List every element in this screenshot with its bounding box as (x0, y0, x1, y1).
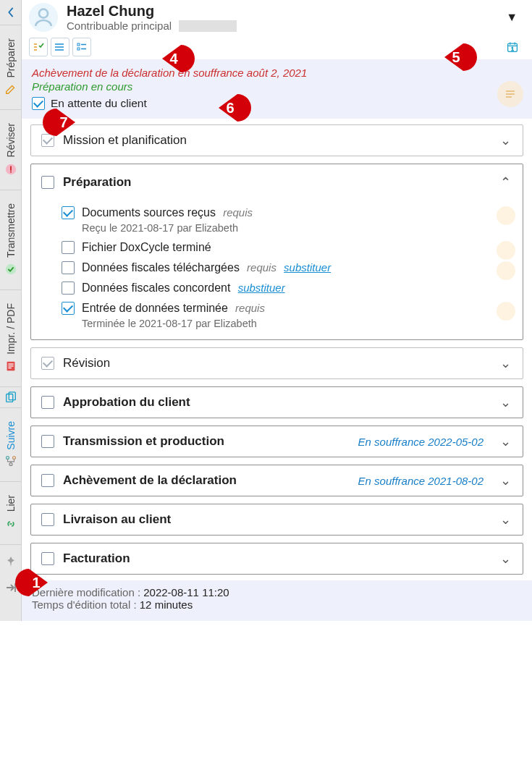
memo-icon[interactable] (497, 241, 515, 260)
section-title: Livraison au client (63, 512, 489, 527)
vtab-pdf[interactable]: Impr. / PDF (0, 290, 22, 387)
view-mode-3-icon[interactable] (72, 38, 91, 56)
svg-rect-5 (8, 363, 13, 364)
sidebar-tail (4, 545, 17, 604)
edit-time-value: 12 minutes (140, 598, 193, 611)
vtab-lier[interactable]: Lier (0, 482, 22, 544)
task-row: Entrée de données terminée requis Termin… (62, 302, 512, 329)
client-role: Contribuable principal (67, 20, 493, 32)
memo-icon[interactable] (497, 81, 523, 107)
section-checkbox[interactable] (41, 357, 54, 370)
svg-point-14 (55, 43, 56, 45)
svg-rect-8 (6, 394, 12, 402)
vertical-sidebar: Préparer Réviser Transmettre Impr. / PDF (0, 0, 22, 621)
svg-point-13 (39, 9, 48, 18)
svg-text:1: 1 (511, 46, 514, 51)
vtab-transmettre[interactable]: Transmettre (0, 190, 22, 290)
section-checkbox[interactable] (41, 474, 54, 487)
task-row: Fichier DoxCycle terminé (62, 241, 512, 254)
svg-point-3 (5, 264, 15, 274)
section-mission[interactable]: Mission et planification ⌄ (30, 124, 523, 156)
task-label: Documents sources reçus (82, 206, 216, 219)
copy-icon[interactable] (4, 390, 18, 405)
pin-icon[interactable] (4, 555, 17, 568)
task-row: Données fiscales téléchargées requis sub… (62, 261, 512, 274)
task-checkbox[interactable] (62, 261, 75, 274)
section-livraison[interactable]: Livraison au client ⌄ (30, 504, 523, 536)
vtab-label: Lier (5, 495, 17, 512)
section-header[interactable]: Préparation ⌃ (41, 174, 512, 190)
section-approbation[interactable]: Approbation du client ⌄ (30, 386, 523, 418)
section-title: Facturation (63, 551, 489, 566)
section-facturation[interactable]: Facturation ⌄ (30, 543, 523, 575)
vtab-preparer[interactable]: Préparer (0, 25, 22, 110)
section-status: En souffrance 2022-05-02 (358, 436, 484, 448)
chevron-down-icon: ⌄ (498, 512, 512, 528)
section-checkbox[interactable] (41, 435, 54, 448)
chevron-down-icon: ⌄ (498, 132, 512, 148)
error-icon (4, 162, 18, 177)
svg-rect-1 (10, 166, 12, 170)
waiting-client-row: En attente du client (32, 97, 522, 110)
view-mode-2-icon[interactable] (51, 38, 69, 56)
section-title: Préparation (63, 175, 489, 190)
task-label: Données fiscales téléchargées (82, 261, 240, 274)
back-button[interactable] (0, 0, 22, 25)
footer: Dernière modification : 2022-08-11 11:20… (22, 580, 532, 621)
task-meta: Terminée le 2021-08-17 par Elizabeth (82, 318, 265, 329)
waiting-client-label: En attente du client (51, 97, 147, 110)
section-title: Achèvement de la déclaration (63, 473, 350, 488)
section-title: Mission et planification (63, 133, 489, 148)
section-preparation: Préparation ⌃ Documents sources reçus re… (30, 164, 523, 340)
svg-rect-7 (8, 367, 12, 368)
svg-rect-2 (10, 172, 12, 173)
section-checkbox[interactable] (41, 513, 54, 526)
status-progress: Préparation en cours (32, 80, 522, 93)
section-checkbox[interactable] (41, 552, 54, 565)
chevron-down-icon: ⌄ (498, 551, 512, 567)
vtab-label: Transmettre (5, 203, 17, 258)
section-checkbox[interactable] (41, 396, 54, 409)
vtab-label: Impr. / PDF (5, 303, 17, 355)
link-icon (4, 517, 18, 531)
task-label: Fichier DoxCycle terminé (82, 241, 211, 254)
task-checkbox[interactable] (62, 241, 75, 254)
section-transmission[interactable]: Transmission et production En souffrance… (30, 426, 523, 457)
client-name: Hazel Chung (67, 3, 493, 20)
memo-icon[interactable] (497, 206, 515, 225)
section-checkbox[interactable] (41, 134, 54, 147)
section-checkbox[interactable] (41, 176, 54, 189)
task-checkbox[interactable] (62, 206, 75, 219)
task-checkbox[interactable] (62, 282, 75, 295)
section-title: Révision (63, 356, 489, 371)
vtab-reviser[interactable]: Réviser (0, 110, 22, 190)
section-achevement[interactable]: Achèvement de la déclaration En souffran… (30, 465, 523, 496)
collapse-icon[interactable] (4, 581, 17, 594)
svg-point-10 (6, 457, 9, 460)
memo-icon[interactable] (497, 261, 515, 280)
vtab-label: Suivre (5, 421, 17, 450)
toolbar: 1 (22, 35, 532, 59)
chevron-down-icon: ⌄ (498, 355, 512, 371)
svg-point-16 (55, 49, 56, 51)
svg-rect-17 (77, 43, 80, 46)
memo-icon[interactable] (497, 302, 515, 321)
status-overdue: Achèvement de la déclaration en souffran… (32, 67, 522, 79)
header-text: Hazel Chung Contribuable principal (67, 3, 493, 32)
task-substitute-link[interactable]: substituer (238, 282, 285, 294)
task-substitute-link[interactable]: substituer (284, 261, 331, 274)
chevron-down-icon: ⌄ (498, 473, 512, 488)
header-menu-caret[interactable]: ▼ (502, 7, 522, 28)
redacted-field (179, 20, 237, 32)
edit-icon (4, 82, 18, 96)
chevron-down-icon: ⌄ (498, 394, 512, 410)
task-meta: Reçu le 2021-08-17 par Elizabeth (82, 222, 253, 234)
task-required: requis (247, 261, 276, 274)
section-revision[interactable]: Révision ⌄ (30, 347, 523, 379)
waiting-client-checkbox[interactable] (32, 97, 45, 110)
calendar-icon[interactable]: 1 (503, 38, 522, 56)
task-required: requis (235, 302, 265, 314)
view-mode-1-icon[interactable] (29, 38, 48, 56)
task-checkbox[interactable] (62, 302, 75, 315)
vtab-suivre[interactable]: Suivre (0, 408, 22, 483)
